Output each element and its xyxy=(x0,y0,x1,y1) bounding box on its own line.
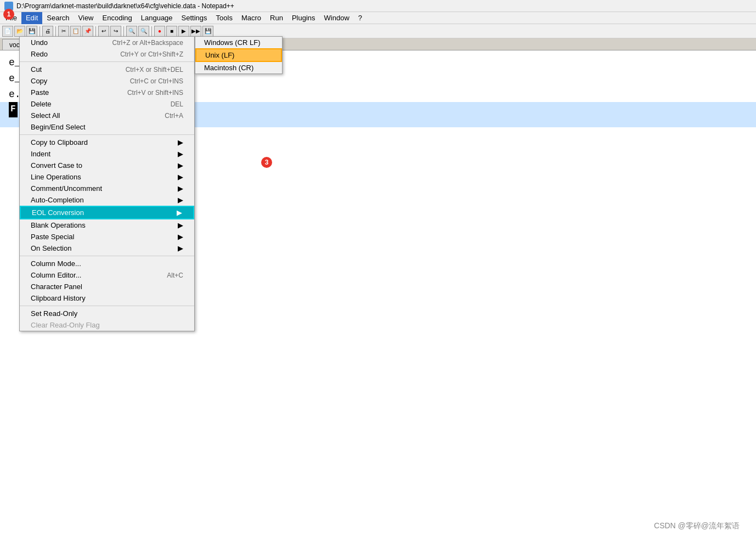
menu-item-clipboard-history[interactable]: Clipboard History xyxy=(20,292,194,304)
menu-item-indent-label: Indent xyxy=(31,150,50,158)
menu-item-undo[interactable]: Undo Ctrl+Z or Alt+Backspace xyxy=(20,37,194,48)
eol-submenu[interactable]: Windows (CR LF) Unix (LF) Macintosh (CR) xyxy=(195,36,283,74)
menu-edit[interactable]: Edit xyxy=(21,12,42,24)
menu-item-line-operations[interactable]: Line Operations ▶ xyxy=(20,171,194,183)
menu-item-comment-label: Comment/Uncomment xyxy=(31,184,102,193)
app-icon xyxy=(4,2,13,10)
title-bar: D:\Program\darknet-master\build\darknet\… xyxy=(0,0,756,12)
toolbar-redo[interactable]: ↪ xyxy=(110,26,121,37)
menu-item-column-editor-label: Column Editor... xyxy=(31,271,82,279)
eol-item-windows-label: Windows (CR LF) xyxy=(204,38,261,47)
toolbar-stop[interactable]: ■ xyxy=(166,26,177,37)
toolbar-print[interactable]: 🖨 xyxy=(42,26,53,37)
toolbar-copy[interactable]: 📋 xyxy=(70,26,81,37)
toolbar-save-macro[interactable]: 💾 xyxy=(202,26,213,37)
submenu-arrow-on-selection: ▶ xyxy=(178,244,183,252)
menu-item-on-selection[interactable]: On Selection ▶ xyxy=(20,242,194,254)
menu-file[interactable]: File xyxy=(1,12,21,24)
menu-item-eol-label: EOL Conversion xyxy=(32,208,84,217)
menu-item-paste-special[interactable]: Paste Special ▶ xyxy=(20,231,194,242)
menu-search[interactable]: Search xyxy=(42,12,74,24)
toolbar-undo[interactable]: ↩ xyxy=(98,26,109,37)
toolbar-play[interactable]: ▶ xyxy=(178,26,189,37)
menu-item-convert-case-label: Convert Case to xyxy=(31,161,82,170)
menu-run[interactable]: Run xyxy=(266,12,287,24)
eol-item-macintosh[interactable]: Macintosh (CR) xyxy=(195,62,282,74)
toolbar-new[interactable]: 📄 xyxy=(2,26,13,37)
eol-item-unix[interactable]: Unix (LF) xyxy=(195,48,282,62)
menu-item-delete[interactable]: Delete DEL xyxy=(20,98,194,110)
toolbar-sep4 xyxy=(123,26,124,36)
submenu-arrow-indent: ▶ xyxy=(178,150,183,158)
menu-item-begin-end-select[interactable]: Begin/End Select xyxy=(20,121,194,133)
submenu-arrow-copy-clipboard: ▶ xyxy=(178,138,183,146)
menu-item-delete-label: Delete xyxy=(31,100,52,108)
edit-menu[interactable]: Undo Ctrl+Z or Alt+Backspace Redo Ctrl+Y… xyxy=(19,36,195,331)
menu-item-column-mode[interactable]: Column Mode... xyxy=(20,258,194,269)
submenu-arrow-blank-operations: ▶ xyxy=(178,221,183,229)
menu-item-copy-clipboard-label: Copy to Clipboard xyxy=(31,138,88,146)
menu-macro[interactable]: Macro xyxy=(237,12,266,24)
menu-sep-3 xyxy=(20,256,194,256)
menu-item-auto-completion[interactable]: Auto-Completion ▶ xyxy=(20,194,194,206)
menu-item-line-operations-label: Line Operations xyxy=(31,173,81,181)
menu-item-comment[interactable]: Comment/Uncomment ▶ xyxy=(20,183,194,194)
menu-item-clear-readonly-label: Clear Read-Only Flag xyxy=(31,321,100,329)
menu-settings[interactable]: Settings xyxy=(177,12,212,24)
eol-item-windows[interactable]: Windows (CR LF) xyxy=(195,37,282,48)
menu-item-select-all[interactable]: Select All Ctrl+A xyxy=(20,110,194,121)
menu-item-character-panel[interactable]: Character Panel xyxy=(20,281,194,292)
menu-item-paste-shortcut: Ctrl+V or Shift+INS xyxy=(127,89,183,97)
menu-item-indent[interactable]: Indent ▶ xyxy=(20,148,194,160)
menu-item-convert-case[interactable]: Convert Case to ▶ xyxy=(20,160,194,171)
menu-item-select-all-label: Select All xyxy=(31,111,60,120)
menu-item-auto-completion-label: Auto-Completion xyxy=(31,196,84,204)
menu-item-cut[interactable]: Cut Ctrl+X or Shift+DEL xyxy=(20,64,194,75)
submenu-arrow-line-operations: ▶ xyxy=(178,173,183,181)
toolbar-open[interactable]: 📂 xyxy=(14,26,25,37)
menu-encoding[interactable]: Encoding xyxy=(98,12,137,24)
submenu-arrow-comment: ▶ xyxy=(178,184,183,193)
eol-item-unix-label: Unix (LF) xyxy=(205,51,234,59)
menu-item-copy-clipboard[interactable]: Copy to Clipboard ▶ xyxy=(20,137,194,148)
toolbar-zoom-out[interactable]: 🔍 xyxy=(138,26,149,37)
menu-help[interactable]: ? xyxy=(354,12,366,24)
menu-item-clipboard-history-label: Clipboard History xyxy=(31,294,86,302)
toolbar-sep2 xyxy=(55,26,56,36)
toolbar-sep3 xyxy=(95,26,96,36)
menu-window[interactable]: Window xyxy=(320,12,354,24)
menu-item-column-editor-shortcut: Alt+C xyxy=(167,272,183,279)
menu-item-paste-label: Paste xyxy=(31,88,49,97)
menu-item-delete-shortcut: DEL xyxy=(171,100,183,108)
title-text: D:\Program\darknet-master\build\darknet\… xyxy=(16,2,234,10)
toolbar-play2[interactable]: ▶▶ xyxy=(190,26,201,37)
menu-item-column-mode-label: Column Mode... xyxy=(31,259,81,268)
menu-item-eol-conversion[interactable]: EOL Conversion ▶ xyxy=(20,206,194,219)
menu-item-clear-readonly[interactable]: Clear Read-Only Flag xyxy=(20,319,194,331)
toolbar-record[interactable]: ● xyxy=(154,26,165,37)
toolbar-save[interactable]: 💾 xyxy=(26,26,37,37)
eol-item-macintosh-label: Macintosh (CR) xyxy=(204,64,253,72)
submenu-arrow-paste-special: ▶ xyxy=(178,233,183,241)
menu-item-paste[interactable]: Paste Ctrl+V or Shift+INS xyxy=(20,87,194,98)
menu-item-set-readonly[interactable]: Set Read-Only xyxy=(20,308,194,319)
submenu-arrow-convert-case: ▶ xyxy=(178,161,183,170)
menu-item-blank-operations-label: Blank Operations xyxy=(31,221,86,229)
submenu-arrow-eol: ▶ xyxy=(177,208,182,217)
menu-sep-4 xyxy=(20,306,194,306)
menu-item-copy[interactable]: Copy Ctrl+C or Ctrl+INS xyxy=(20,75,194,87)
toolbar-cut[interactable]: ✂ xyxy=(58,26,69,37)
toolbar-paste[interactable]: 📌 xyxy=(82,26,93,37)
menu-view[interactable]: View xyxy=(74,12,98,24)
menu-language[interactable]: Language xyxy=(137,12,177,24)
menu-item-copy-label: Copy xyxy=(31,77,47,85)
menu-item-column-editor[interactable]: Column Editor... Alt+C xyxy=(20,269,194,281)
menu-item-blank-operations[interactable]: Blank Operations ▶ xyxy=(20,219,194,231)
toolbar-zoom-in[interactable]: 🔍 xyxy=(126,26,137,37)
submenu-arrow-auto-completion: ▶ xyxy=(178,196,183,204)
menu-tools[interactable]: Tools xyxy=(212,12,237,24)
menu-item-undo-shortcut: Ctrl+Z or Alt+Backspace xyxy=(112,39,183,47)
menu-item-redo[interactable]: Redo Ctrl+Y or Ctrl+Shift+Z xyxy=(20,48,194,60)
menu-plugins[interactable]: Plugins xyxy=(287,12,320,24)
toolbar-sep5 xyxy=(151,26,152,36)
